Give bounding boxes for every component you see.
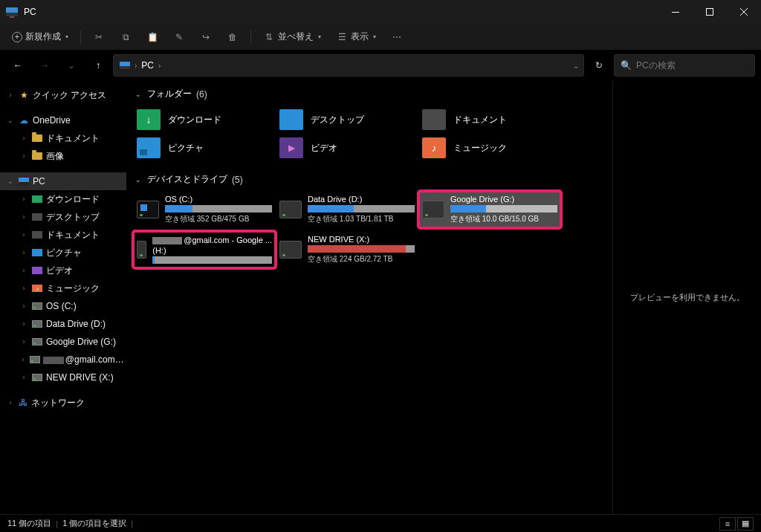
sidebar-item[interactable]: ›ビデオ <box>0 262 126 279</box>
sort-button[interactable]: ⇅ 並べ替え ▾ <box>257 27 327 48</box>
folder-icon <box>32 134 42 142</box>
sidebar-item[interactable]: ›ミュージック <box>0 279 126 297</box>
sidebar: › ★ クイック アクセス ⌄ ☁ OneDrive ›ドキュメント›画像 ⌄ … <box>0 80 126 514</box>
sidebar-item[interactable]: ›Google Drive (G:) <box>0 333 126 351</box>
sidebar-item-onedrive[interactable]: ⌄ ☁ OneDrive <box>0 111 126 129</box>
status-selected-count: 1 個の項目を選択 <box>62 518 126 529</box>
cut-button[interactable]: ✂ <box>87 27 111 48</box>
drive-tile[interactable]: @gmail.com - Google ...(H:) <box>134 232 275 267</box>
sidebar-item[interactable]: ›Data Drive (D:) <box>0 315 126 333</box>
paste-button[interactable]: 📋 <box>140 27 164 48</box>
folder-tile[interactable]: ピクチャ <box>134 134 275 161</box>
item-icon <box>32 213 42 221</box>
sidebar-item-network[interactable]: › 🖧 ネットワーク <box>0 394 126 412</box>
star-icon: ★ <box>18 89 30 101</box>
group-count: (6) <box>196 89 207 100</box>
chevron-right-icon: › <box>19 152 28 160</box>
chevron-down-icon: ⌄ <box>134 91 143 98</box>
sort-icon: ⇅ <box>263 31 275 43</box>
view-label: 表示 <box>351 30 369 43</box>
search-input[interactable] <box>636 60 748 71</box>
sidebar-item[interactable]: ›ドキュメント <box>0 226 126 244</box>
status-item-count: 11 個の項目 <box>7 518 51 529</box>
view-icon: ☰ <box>336 31 348 43</box>
folder-label: ドキュメント <box>453 114 507 126</box>
pc-icon <box>6 7 18 16</box>
folder-tile[interactable]: ダウンロード <box>134 106 275 133</box>
copy-button[interactable]: ⧉ <box>114 27 137 48</box>
addressbar[interactable]: › PC › ⌄ <box>113 54 584 77</box>
delete-button[interactable]: 🗑 <box>221 27 245 48</box>
drive-icon <box>279 201 302 218</box>
tiles-view-button[interactable]: ▦ <box>737 517 754 531</box>
search-box[interactable]: 🔍 <box>614 54 755 77</box>
sidebar-item[interactable]: ›デスクトップ <box>0 208 126 226</box>
sidebar-item-label: ピクチャ <box>46 247 82 259</box>
up-button[interactable]: ↑ <box>86 53 110 77</box>
sidebar-item-label: Data Drive (D:) <box>46 319 106 329</box>
more-icon: ⋯ <box>391 31 403 43</box>
sidebar-item[interactable]: ›ダウンロード <box>0 190 126 208</box>
share-button[interactable]: ↪ <box>194 27 218 48</box>
chevron-down-icon[interactable]: ⌄ <box>573 62 579 70</box>
drive-name: NEW DRIVE (X:) <box>308 235 415 244</box>
sidebar-item-label: ドキュメント <box>46 229 100 241</box>
sidebar-item[interactable]: ›ドキュメント <box>0 129 126 147</box>
forward-button[interactable]: → <box>33 53 56 77</box>
group-header-folders[interactable]: ⌄ フォルダー (6) <box>126 83 612 105</box>
folder-tile[interactable]: ミュージック <box>419 134 560 161</box>
sidebar-item-label: @gmail.com - Goog <box>43 354 126 365</box>
sidebar-item[interactable]: ›画像 <box>0 147 126 165</box>
separator <box>80 30 81 44</box>
chevron-right-icon: › <box>19 338 28 346</box>
folder-tile[interactable]: ビデオ <box>276 134 418 161</box>
new-button[interactable]: + 新規作成 ▾ <box>6 27 74 48</box>
refresh-button[interactable]: ↻ <box>587 54 611 77</box>
sidebar-item-quick-access[interactable]: › ★ クイック アクセス <box>0 86 126 104</box>
sidebar-item[interactable]: ›@gmail.com - Goog <box>0 351 126 369</box>
sidebar-item[interactable]: ›NEW DRIVE (X:) <box>0 369 126 386</box>
folder-tile[interactable]: デスクトップ <box>276 106 418 133</box>
close-button[interactable] <box>727 0 761 24</box>
svg-rect-1 <box>707 9 713 16</box>
folder-label: ビデオ <box>311 142 337 155</box>
drive-tile[interactable]: Google Drive (G:) 空き領域 10.0 GB/15.0 GB <box>419 192 560 227</box>
item-icon <box>32 267 42 274</box>
drive-tile[interactable]: NEW DRIVE (X:) 空き領域 224 GB/2.72 TB <box>276 232 418 267</box>
separator: | <box>56 519 58 528</box>
folder-icon <box>32 152 42 160</box>
chevron-right-icon: › <box>19 356 27 363</box>
sidebar-item-label: ネットワーク <box>31 397 85 409</box>
sidebar-item-label: ダウンロード <box>46 193 100 206</box>
drive-tile[interactable]: OS (C:) 空き領域 352 GB/475 GB <box>134 192 275 227</box>
folder-tile[interactable]: ドキュメント <box>419 106 560 133</box>
group-header-drives[interactable]: ⌄ デバイスとドライブ (5) <box>126 169 612 190</box>
view-button[interactable]: ☰ 表示 ▾ <box>330 27 382 48</box>
drive-tile[interactable]: Data Drive (D:) 空き領域 1.03 TB/1.81 TB <box>276 192 418 227</box>
breadcrumb-root[interactable]: PC <box>141 60 154 71</box>
network-icon: 🖧 <box>18 398 28 408</box>
sidebar-item[interactable]: ›OS (C:) <box>0 297 126 315</box>
rename-button[interactable]: ✎ <box>167 27 191 48</box>
drive-free: 空き領域 1.03 TB/1.81 TB <box>308 214 415 224</box>
chevron-right-icon: › <box>19 267 28 274</box>
back-button[interactable]: ← <box>6 53 30 77</box>
paste-icon: 📋 <box>146 31 158 43</box>
cut-icon: ✂ <box>93 31 105 43</box>
share-icon: ↪ <box>200 31 212 43</box>
nav-row: ← → ⌄ ↑ › PC › ⌄ ↻ 🔍 <box>0 51 761 80</box>
more-button[interactable]: ⋯ <box>385 27 409 48</box>
sidebar-item[interactable]: ›ピクチャ <box>0 244 126 262</box>
chevron-right-icon: › <box>19 302 28 310</box>
sidebar-item-pc[interactable]: ⌄ PC <box>0 172 126 190</box>
chevron-right-icon: › <box>19 285 28 292</box>
details-view-button[interactable]: ≡ <box>719 517 736 531</box>
toolbar: + 新規作成 ▾ ✂ ⧉ 📋 ✎ ↪ 🗑 ⇅ 並べ替え ▾ ☰ 表示 ▾ ⋯ <box>0 24 761 51</box>
minimize-button[interactable] <box>658 0 693 24</box>
drive-name: Google Drive (G:) <box>450 195 557 204</box>
maximize-button[interactable] <box>693 0 727 24</box>
recent-button[interactable]: ⌄ <box>59 53 83 77</box>
folder-icon <box>137 109 161 130</box>
folder-label: デスクトップ <box>311 114 364 126</box>
item-icon <box>32 320 42 328</box>
